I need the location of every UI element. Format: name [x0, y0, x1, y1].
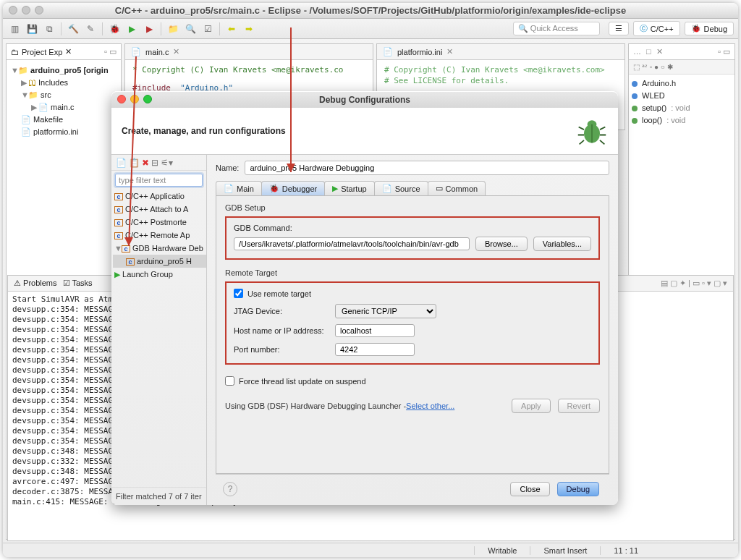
- dialog-zoom-light[interactable]: [143, 95, 152, 103]
- tab-main[interactable]: 📄 Main: [216, 181, 262, 195]
- collapse-icon[interactable]: ⊟: [151, 158, 158, 168]
- force-thread-label: Force thread list update on suspend: [239, 377, 366, 386]
- dialog-min-light[interactable]: [130, 95, 139, 103]
- gdb-command-input[interactable]: [234, 237, 470, 250]
- tab-common[interactable]: ▭ Common: [428, 181, 486, 195]
- tab-source[interactable]: 📄 Source: [374, 181, 428, 195]
- help-icon[interactable]: ?: [223, 482, 237, 496]
- apply-button[interactable]: Apply: [512, 399, 551, 413]
- dialog-traffic-lights[interactable]: [117, 95, 152, 103]
- config-tabs: 📄 Main 🐞 Debugger ▶ Startup 📄 Source ▭ C…: [216, 181, 609, 195]
- dialog-close-light[interactable]: [117, 95, 126, 103]
- variables-button[interactable]: Variables...: [533, 237, 591, 251]
- remote-target-highlight: Use remote target JTAG Device: Generic T…: [225, 281, 600, 365]
- config-list-panel: 📄 📋 ✖ ⊟ ⚟▾ type filter text cC/C++ Appli…: [111, 155, 207, 505]
- jtag-label: JTAG Device:: [234, 307, 329, 315]
- browse-button[interactable]: Browse...: [475, 237, 528, 251]
- port-label: Port number:: [234, 345, 329, 354]
- config-toolbar[interactable]: 📄 📋 ✖ ⊟ ⚟▾: [111, 155, 206, 171]
- force-thread-checkbox[interactable]: [225, 376, 234, 386]
- filter-icon[interactable]: ⚟▾: [161, 158, 173, 168]
- use-remote-label: Use remote target: [247, 289, 311, 298]
- revert-button[interactable]: Revert: [558, 399, 600, 413]
- gdb-command-label: GDB Command:: [234, 224, 591, 232]
- host-input[interactable]: [335, 324, 415, 337]
- name-label: Name:: [216, 164, 239, 172]
- debug-configurations-dialog: Debug Configurations Create, manage, and…: [111, 91, 618, 505]
- dup-config-icon[interactable]: 📋: [129, 158, 140, 168]
- port-input[interactable]: [335, 343, 415, 356]
- dialog-heading: Create, manage, and run configurations: [122, 126, 286, 136]
- dialog-title: Debug Configurations: [319, 95, 410, 105]
- bug-icon: [576, 115, 608, 147]
- use-remote-checkbox[interactable]: [234, 289, 243, 298]
- delete-config-icon[interactable]: ✖: [142, 158, 149, 168]
- tab-startup[interactable]: ▶ Startup: [324, 181, 374, 195]
- select-other-link[interactable]: Select other...: [406, 402, 454, 410]
- tab-debugger[interactable]: 🐞 Debugger: [261, 181, 325, 195]
- config-name-input[interactable]: [245, 161, 609, 175]
- close-button[interactable]: Close: [510, 482, 549, 496]
- gdb-command-highlight: GDB Command: Browse... Variables...: [225, 216, 600, 260]
- filter-footer: Filter matched 7 of 7 iter: [111, 487, 206, 505]
- remote-target-label: Remote Target: [225, 268, 600, 281]
- filter-input[interactable]: type filter text: [115, 174, 203, 187]
- config-tree[interactable]: cC/C++ Applicatio cC/C++ Attach to A cC/…: [111, 190, 206, 487]
- host-label: Host name or IP address:: [234, 326, 329, 335]
- new-config-icon[interactable]: 📄: [116, 158, 127, 168]
- launcher-text: Using GDB (DSF) Hardware Debugging Launc…: [225, 402, 406, 410]
- jtag-device-select[interactable]: Generic TCP/IP: [335, 304, 436, 318]
- debug-button[interactable]: Debug: [557, 482, 599, 496]
- gdb-setup-label: GDB Setup: [225, 203, 600, 216]
